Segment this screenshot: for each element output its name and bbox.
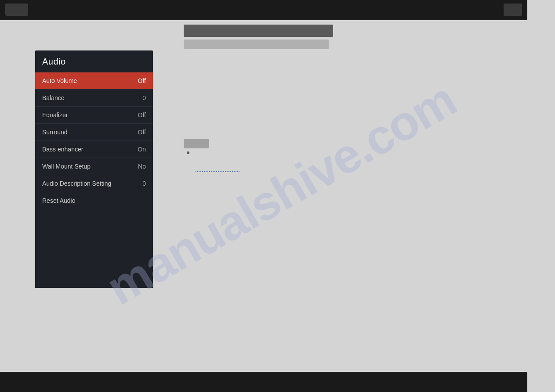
- top-bar-right-button[interactable]: [504, 4, 522, 16]
- bass-enhancer-value: On: [138, 146, 146, 153]
- menu-item-balance[interactable]: Balance 0: [35, 90, 153, 107]
- bottom-bar: [0, 372, 527, 392]
- top-bar-left-button[interactable]: [5, 4, 28, 16]
- menu-item-equalizer[interactable]: Equalizer Off: [35, 107, 153, 124]
- audio-description-label: Audio Description Setting: [42, 180, 111, 187]
- menu-item-reset-audio[interactable]: Reset Audio: [35, 192, 153, 209]
- top-bar: [0, 0, 527, 20]
- auto-volume-label: Auto Volume: [42, 77, 77, 84]
- dotted-line: [196, 171, 239, 172]
- auto-volume-value: Off: [138, 77, 146, 84]
- surround-label: Surround: [42, 129, 68, 136]
- small-gray-box: [184, 139, 209, 148]
- menu-item-wall-mount-setup[interactable]: Wall Mount Setup No: [35, 158, 153, 175]
- audio-description-value: 0: [142, 180, 146, 187]
- balance-value: 0: [142, 94, 146, 101]
- audio-panel: Audio Auto Volume Off Balance 0 Equalize…: [35, 50, 153, 288]
- audio-panel-title: Audio: [35, 50, 153, 72]
- menu-item-bass-enhancer[interactable]: Bass enhancer On: [35, 141, 153, 158]
- menu-item-auto-volume[interactable]: Auto Volume Off: [35, 72, 153, 90]
- wall-mount-setup-value: No: [138, 163, 146, 170]
- bass-enhancer-label: Bass enhancer: [42, 146, 83, 153]
- content-bar-secondary: [184, 40, 329, 49]
- surround-value: Off: [138, 129, 146, 136]
- bullet-dot: [187, 151, 189, 154]
- wall-mount-setup-label: Wall Mount Setup: [42, 163, 91, 170]
- menu-item-surround[interactable]: Surround Off: [35, 124, 153, 141]
- menu-item-audio-description[interactable]: Audio Description Setting 0: [35, 175, 153, 192]
- equalizer-label: Equalizer: [42, 111, 68, 119]
- balance-label: Balance: [42, 94, 65, 101]
- panel-empty-space: [35, 209, 153, 288]
- content-bar-primary: [184, 25, 333, 37]
- equalizer-value: Off: [138, 111, 146, 119]
- watermark: manualshive.com: [149, 66, 413, 320]
- reset-audio-label: Reset Audio: [42, 197, 76, 204]
